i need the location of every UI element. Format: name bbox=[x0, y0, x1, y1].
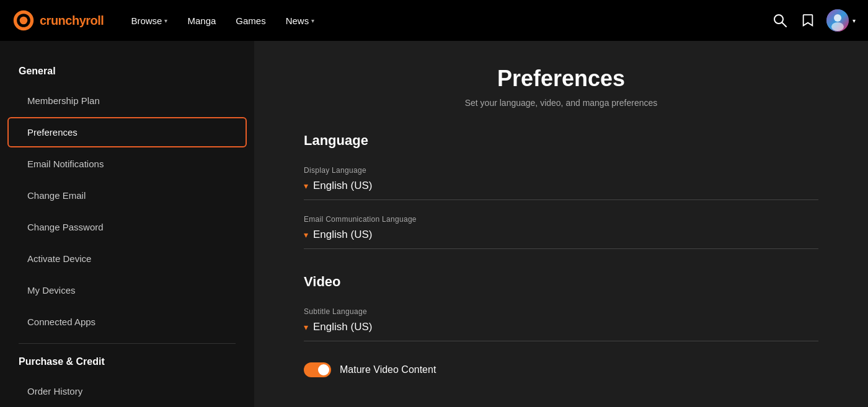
nav-manga[interactable]: Manga bbox=[179, 11, 224, 31]
crunchyroll-logo-icon bbox=[12, 9, 35, 32]
display-language-label: Display Language bbox=[304, 166, 818, 175]
toggle-knob bbox=[318, 364, 329, 375]
bookmark-button[interactable] bbox=[799, 11, 817, 30]
sidebar-item-my-devices[interactable]: My Devices bbox=[7, 275, 247, 305]
logo-text: crunchyroll bbox=[40, 14, 104, 28]
search-button[interactable] bbox=[771, 11, 789, 30]
page-subtitle: Set your language, video, and manga pref… bbox=[304, 98, 818, 108]
subtitle-language-label: Subtitle Language bbox=[304, 307, 818, 316]
sidebar-item-connected-apps[interactable]: Connected Apps bbox=[7, 307, 247, 337]
sidebar-section-purchase: Purchase & Credit bbox=[0, 350, 254, 375]
sidebar-section-general: General bbox=[0, 59, 254, 84]
sidebar-item-change-password[interactable]: Change Password bbox=[7, 212, 247, 242]
sidebar-item-preferences[interactable]: Preferences bbox=[7, 117, 247, 147]
subtitle-language-chevron-icon: ▾ bbox=[304, 322, 308, 332]
display-language-chevron-icon: ▾ bbox=[304, 181, 308, 191]
email-comm-language-select[interactable]: ▾ English (US) bbox=[304, 229, 818, 249]
header-actions: ▾ bbox=[771, 9, 856, 32]
subtitle-language-select[interactable]: ▾ English (US) bbox=[304, 321, 818, 341]
svg-point-7 bbox=[831, 22, 844, 31]
browse-chevron-icon: ▾ bbox=[164, 17, 167, 24]
sidebar: General Membership Plan Preferences Emai… bbox=[0, 41, 254, 407]
email-comm-language-chevron-icon: ▾ bbox=[304, 230, 308, 240]
nav-browse[interactable]: Browse ▾ bbox=[122, 11, 176, 31]
sidebar-item-membership-plan[interactable]: Membership Plan bbox=[7, 85, 247, 116]
sidebar-item-change-email[interactable]: Change Email bbox=[7, 180, 247, 211]
mature-content-toggle[interactable] bbox=[304, 362, 331, 377]
main-container: General Membership Plan Preferences Emai… bbox=[0, 41, 868, 407]
sidebar-divider bbox=[19, 343, 236, 344]
subtitle-language-value: English (US) bbox=[313, 321, 372, 333]
nav-news[interactable]: News ▾ bbox=[277, 11, 324, 31]
content-area: Preferences Set your language, video, an… bbox=[254, 41, 868, 407]
bookmark-icon bbox=[802, 14, 814, 27]
main-nav: Browse ▾ Manga Games News ▾ bbox=[122, 11, 771, 31]
main-header: crunchyroll Browse ▾ Manga Games News ▾ bbox=[0, 0, 868, 41]
email-comm-language-label: Email Communication Language bbox=[304, 215, 818, 224]
mature-content-label: Mature Video Content bbox=[340, 364, 436, 375]
page-title: Preferences bbox=[304, 66, 818, 92]
avatar-image bbox=[826, 9, 849, 32]
svg-point-2 bbox=[20, 17, 28, 25]
nav-games[interactable]: Games bbox=[227, 11, 274, 31]
sidebar-item-email-notifications[interactable]: Email Notifications bbox=[7, 149, 247, 179]
language-section: Language Display Language ▾ English (US)… bbox=[304, 133, 818, 249]
logo[interactable]: crunchyroll bbox=[12, 9, 104, 32]
svg-line-4 bbox=[782, 23, 787, 27]
search-icon bbox=[773, 14, 787, 27]
svg-point-6 bbox=[834, 14, 841, 22]
video-heading: Video bbox=[304, 274, 818, 295]
avatar bbox=[826, 9, 849, 32]
user-menu-chevron-icon: ▾ bbox=[852, 17, 856, 24]
video-section: Video Subtitle Language ▾ English (US) M… bbox=[304, 274, 818, 377]
sidebar-item-activate-device[interactable]: Activate Device bbox=[7, 243, 247, 274]
user-avatar-button[interactable]: ▾ bbox=[826, 9, 856, 32]
display-language-value: English (US) bbox=[313, 180, 372, 192]
mature-content-row: Mature Video Content bbox=[304, 356, 818, 377]
email-comm-language-value: English (US) bbox=[313, 229, 372, 241]
display-language-select[interactable]: ▾ English (US) bbox=[304, 180, 818, 200]
language-heading: Language bbox=[304, 133, 818, 154]
news-chevron-icon: ▾ bbox=[311, 17, 314, 24]
sidebar-item-order-history[interactable]: Order History bbox=[7, 376, 247, 406]
